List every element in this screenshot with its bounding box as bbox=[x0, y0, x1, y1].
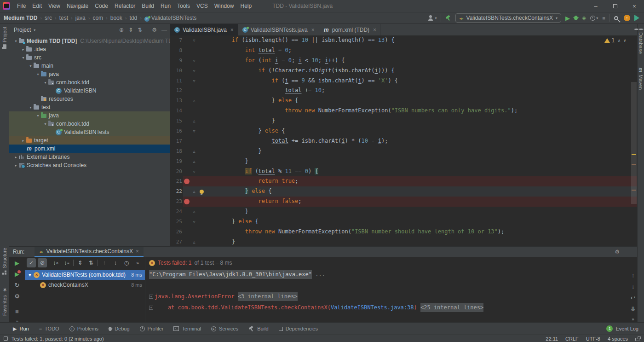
clock-widget[interactable]: 22:11 bbox=[546, 336, 558, 342]
stack-trace-link[interactable]: ValidateISBNTests.java:38 bbox=[331, 303, 414, 312]
breakpoint-gutter[interactable] bbox=[183, 116, 190, 126]
tree-item-validateisbn[interactable]: CValidateISBN bbox=[9, 87, 170, 95]
editor-tab-pom-xml-tdd-[interactable]: mpom.xml (TDD)× bbox=[319, 24, 381, 35]
line-number[interactable]: 20 bbox=[170, 167, 183, 177]
breadcrumb-item[interactable]: tdd bbox=[128, 15, 138, 21]
expand-all-button[interactable]: ⇕ bbox=[75, 258, 85, 267]
breakpoint-gutter[interactable] bbox=[183, 207, 190, 217]
stop-button[interactable]: ■ bbox=[602, 15, 605, 21]
line-number[interactable]: 26 bbox=[170, 227, 183, 237]
breadcrumb-item[interactable]: java bbox=[75, 15, 86, 21]
fold-gutter[interactable]: ▵ bbox=[190, 186, 198, 197]
line-number[interactable]: 25 bbox=[170, 217, 183, 227]
rerun-failed-tests-button[interactable]: ▶ bbox=[15, 271, 19, 278]
tree-chevron-icon[interactable]: ▸ bbox=[20, 139, 26, 143]
close-icon[interactable]: × bbox=[311, 27, 315, 33]
tree-chevron-icon[interactable]: ▾ bbox=[42, 81, 48, 85]
tool-window-button-profiler[interactable]: Profiler bbox=[140, 326, 164, 331]
tree-item-resources[interactable]: resources bbox=[9, 95, 170, 103]
run-tab[interactable]: ◂▸ ValidateISBNTests.checkContainsX × bbox=[34, 247, 144, 257]
tree-item-pom-xml[interactable]: mpom.xml bbox=[9, 145, 170, 153]
fold-gutter[interactable]: ▵ bbox=[190, 96, 198, 106]
fold-gutter[interactable]: ▿ bbox=[190, 76, 198, 86]
toggle-auto-test-button[interactable]: ↻ bbox=[15, 282, 20, 289]
breakpoint-icon[interactable] bbox=[184, 179, 190, 184]
fold-marker-icon[interactable]: ▿ bbox=[193, 76, 195, 86]
breakpoint-gutter[interactable] bbox=[183, 46, 190, 56]
fold-marker-icon[interactable]: ▿ bbox=[193, 35, 195, 46]
editor-scrollbar[interactable] bbox=[631, 82, 637, 204]
scroll-down-button[interactable]: ↓ bbox=[632, 284, 634, 290]
build-project-button[interactable] bbox=[445, 15, 451, 21]
profiler-button[interactable]: ▾ bbox=[590, 16, 598, 21]
tree-chevron-icon[interactable]: ▸ bbox=[13, 155, 19, 159]
line-number[interactable]: 7 bbox=[170, 35, 183, 46]
fold-gutter[interactable]: ▿ bbox=[190, 66, 198, 76]
menu-item-window[interactable]: Window bbox=[211, 1, 237, 11]
breakpoint-gutter[interactable] bbox=[183, 217, 190, 227]
locate-file-button[interactable]: ⊕ bbox=[119, 27, 124, 33]
breakpoint-gutter[interactable] bbox=[183, 197, 190, 207]
fold-marker-icon[interactable]: ▿ bbox=[193, 56, 195, 66]
prev-problem-button[interactable]: ∧ bbox=[618, 38, 620, 43]
soft-wrap-button[interactable]: ↩ bbox=[631, 295, 635, 301]
menu-item-code[interactable]: Code bbox=[92, 1, 111, 11]
line-number[interactable]: 10 bbox=[170, 66, 183, 76]
tool-window-button-build[interactable]: Build bbox=[248, 326, 268, 332]
unlocked-icon[interactable] bbox=[635, 338, 639, 341]
next-failed-button[interactable]: ↓ bbox=[111, 258, 120, 267]
line-number[interactable]: 24 bbox=[170, 207, 183, 217]
tool-window-button-dependencies[interactable]: Dependencies bbox=[279, 326, 318, 331]
breakpoint-gutter[interactable] bbox=[183, 66, 190, 76]
line-number[interactable]: 12 bbox=[170, 86, 183, 96]
fold-marker-icon[interactable]: ▵ bbox=[193, 237, 195, 246]
fold-gutter[interactable]: ▵ bbox=[190, 146, 198, 157]
test-history-button[interactable]: ◷ bbox=[122, 258, 131, 267]
menu-item-view[interactable]: View bbox=[45, 1, 63, 11]
tree-item-java[interactable]: ▾java bbox=[9, 111, 170, 120]
tree-chevron-icon[interactable]: ▾ bbox=[20, 56, 26, 60]
close-icon[interactable]: × bbox=[136, 248, 139, 255]
fold-marker-icon[interactable]: ▿ bbox=[193, 126, 195, 136]
fold-gutter[interactable] bbox=[190, 46, 198, 56]
breakpoint-gutter[interactable] bbox=[183, 157, 190, 167]
tool-window-button-terminal[interactable]: >_Terminal bbox=[173, 326, 201, 331]
fold-marker-icon[interactable]: ▵ bbox=[193, 157, 195, 167]
restore-button[interactable] bbox=[605, 0, 625, 12]
fold-gutter[interactable]: ▵ bbox=[190, 237, 198, 246]
editor-tab-validateisbn-java[interactable]: CValidateISBN.java× bbox=[170, 24, 238, 35]
fold-marker-icon[interactable]: ▿ bbox=[193, 66, 195, 76]
close-button[interactable]: × bbox=[625, 0, 644, 12]
tree-item-target[interactable]: ▸target bbox=[9, 136, 170, 145]
fold-gutter[interactable]: ▵ bbox=[190, 116, 198, 126]
tree-chevron-icon[interactable]: ▾ bbox=[35, 114, 41, 118]
tree-chevron-icon[interactable]: ▾ bbox=[35, 72, 41, 76]
line-separator-widget[interactable]: CRLF bbox=[565, 336, 579, 342]
tool-window-button-todo[interactable]: ≡TODO bbox=[39, 326, 59, 331]
breadcrumb-item[interactable]: Medium TDD bbox=[3, 15, 38, 21]
tree-item-com-book-tdd[interactable]: ▾com.book.tdd bbox=[9, 120, 170, 128]
breakpoint-gutter[interactable] bbox=[183, 136, 190, 146]
fold-gutter[interactable] bbox=[190, 197, 198, 207]
line-number[interactable]: 27 bbox=[170, 237, 183, 246]
tree-chevron-icon[interactable]: ▾ bbox=[29, 272, 31, 278]
fold-gutter[interactable]: ▵ bbox=[190, 207, 198, 217]
breakpoint-gutter[interactable] bbox=[183, 35, 190, 46]
inspection-widget[interactable]: 1 ∧ ∨ bbox=[603, 37, 628, 44]
line-number[interactable]: 11 bbox=[170, 76, 183, 86]
update-notification-button[interactable]: ↑ bbox=[624, 15, 630, 21]
line-number[interactable]: 14 bbox=[170, 106, 183, 116]
tree-chevron-icon[interactable]: ▸ bbox=[13, 163, 19, 168]
breakpoint-icon[interactable] bbox=[184, 199, 190, 204]
ide-features-icon[interactable] bbox=[634, 15, 639, 21]
menu-item-help[interactable]: Help bbox=[237, 1, 255, 11]
show-ignored-button[interactable]: ⊘ bbox=[38, 258, 47, 267]
line-number[interactable]: 18 bbox=[170, 146, 183, 157]
test-settings-button[interactable]: ⚙ bbox=[14, 293, 20, 300]
tool-stripe-structure[interactable]: Structure bbox=[2, 248, 7, 275]
tool-stripe-maven[interactable]: mMaven bbox=[638, 68, 644, 90]
line-number[interactable]: 16 bbox=[170, 126, 183, 136]
breakpoint-gutter[interactable] bbox=[183, 76, 190, 86]
fold-gutter[interactable] bbox=[190, 86, 198, 96]
debug-button[interactable] bbox=[574, 16, 578, 20]
